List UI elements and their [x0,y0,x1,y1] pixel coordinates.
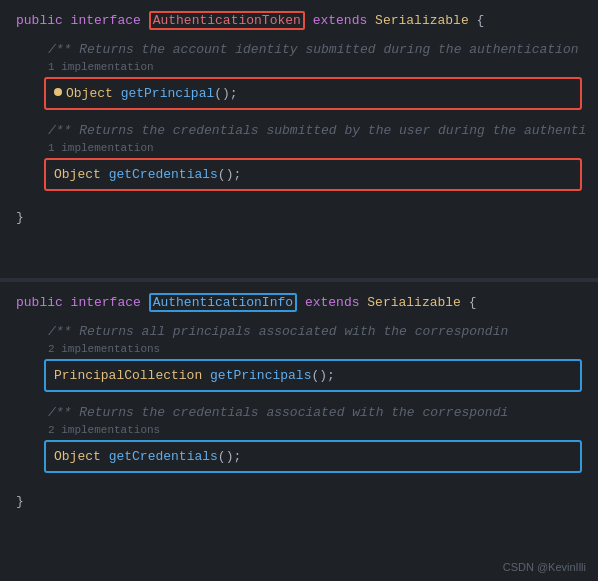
bottom-comment-2: /** Returns the credentials associated w… [48,402,582,423]
bottom-line1: public interface AuthenticationInfo exte… [16,292,582,313]
bottom-impl-note-2: 2 implementations [48,424,582,436]
bottom-method2-paren: (); [218,449,241,464]
blue-block-1: PrincipalCollection getPrincipals(); [44,359,582,392]
keyword-public-2: public interface [16,295,141,310]
method1-line: Object getPrincipal(); [54,83,572,104]
bottom-impl-note-1: 2 implementations [48,343,582,355]
comment-1: /** Returns the account identity submitt… [48,39,582,60]
red-block-2: Object getCredentials(); [44,158,582,191]
principal-collection-kw: PrincipalCollection [54,368,202,383]
class-name-2: AuthenticationInfo [153,295,293,310]
bottom-method1-paren: (); [311,368,334,383]
bottom-brace-close: } [16,491,582,512]
serializable-1: Serializable [375,13,469,28]
keyword-extends: extends [305,13,375,28]
serializable-2: Serializable [367,295,461,310]
class-highlight-red: AuthenticationToken [149,11,305,30]
object-kw-1: Object [66,86,113,101]
method-getprincipal: getPrincipal [121,86,215,101]
bottom-method2-line: Object getCredentials(); [54,446,572,467]
bottom-method1-line: PrincipalCollection getPrincipals(); [54,365,572,386]
method1-paren: (); [214,86,237,101]
impl-note-1: 1 implementation [48,61,582,73]
red-block-1: Object getPrincipal(); [44,77,582,110]
method2-paren-1: (); [218,167,241,182]
bottom-method1-name [202,368,210,383]
method-getprincipals: getPrincipals [210,368,311,383]
keyword-extends-2: extends [297,295,367,310]
class-name-1: AuthenticationToken [153,13,301,28]
bottom-object-kw: Object [54,449,101,464]
class-highlight-blue: AuthenticationInfo [149,293,297,312]
method-getcredentials-2: getCredentials [109,449,218,464]
top-line1: public interface AuthenticationToken ext… [16,10,582,31]
bottom-panel: public interface AuthenticationInfo exte… [0,282,598,581]
method-getcredentials-1: getCredentials [109,167,218,182]
object-kw-2: Object [54,167,101,182]
watermark: CSDN @KevinIlli [503,561,586,573]
brace-open-1: { [469,13,485,28]
brace-open-2: { [461,295,477,310]
blue-block-2: Object getCredentials(); [44,440,582,473]
method1-name [113,86,121,101]
bottom-comment-1: /** Returns all principals associated wi… [48,321,582,342]
impl-note-2: 1 implementation [48,142,582,154]
method2-line: Object getCredentials(); [54,164,572,185]
comment-2: /** Returns the credentials submitted by… [48,120,582,141]
top-panel: public interface AuthenticationToken ext… [0,0,598,280]
yellow-dot-1 [54,88,62,96]
keyword-public: public interface [16,13,149,28]
top-brace-close: } [16,207,582,228]
